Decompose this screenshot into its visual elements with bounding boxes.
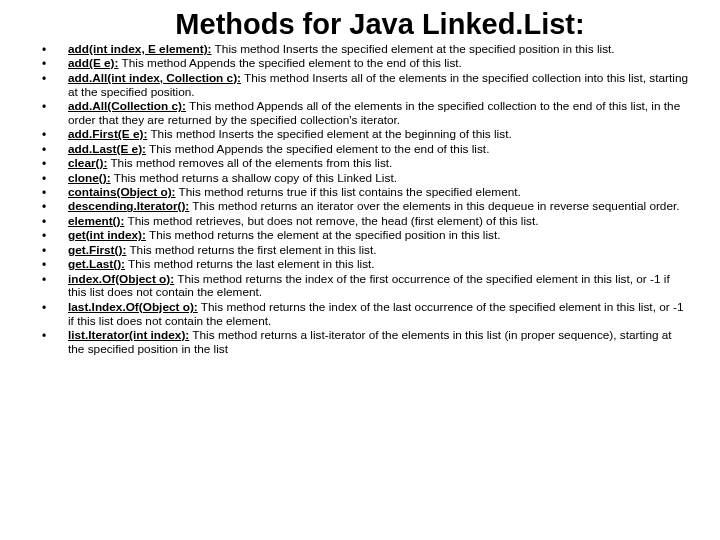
list-item: get(int index): This method returns the … — [30, 229, 690, 243]
method-name: index.Of(Object o): — [68, 272, 174, 286]
method-name: list.Iterator(int index): — [68, 328, 189, 342]
list-item: get.First(): This method returns the fir… — [30, 244, 690, 258]
method-description: This method returns a shallow copy of th… — [111, 171, 397, 185]
method-name: descending.Iterator(): — [68, 199, 189, 213]
method-description: This method returns the last element in … — [125, 257, 375, 271]
method-name: clear(): — [68, 156, 107, 170]
list-item: get.Last(): This method returns the last… — [30, 258, 690, 272]
method-name: get(int index): — [68, 228, 146, 242]
method-description: This method removes all of the elements … — [107, 156, 392, 170]
method-name: add(int index, E element): — [68, 42, 212, 56]
method-description: This method Appends the specified elemen… — [146, 142, 489, 156]
list-item: clone(): This method returns a shallow c… — [30, 172, 690, 186]
method-name: add.First(E e): — [68, 127, 147, 141]
method-name: add.All(Collection c): — [68, 99, 186, 113]
page-title: Methods for Java Linked.List: — [70, 8, 690, 41]
list-item: contains(Object o): This method returns … — [30, 186, 690, 200]
method-name: add.All(int index, Collection c): — [68, 71, 241, 85]
method-description: This method Inserts the specified elemen… — [147, 127, 511, 141]
list-item: add.First(E e): This method Inserts the … — [30, 128, 690, 142]
list-item: add.All(Collection c): This method Appen… — [30, 100, 690, 128]
list-item: add.All(int index, Collection c): This m… — [30, 72, 690, 100]
list-item: add(E e): This method Appends the specif… — [30, 57, 690, 71]
list-item: descending.Iterator(): This method retur… — [30, 200, 690, 214]
method-description: This method retrieves, but does not remo… — [124, 214, 538, 228]
method-name: last.Index.Of(Object o): — [68, 300, 198, 314]
list-item: clear(): This method removes all of the … — [30, 157, 690, 171]
method-name: add.Last(E e): — [68, 142, 146, 156]
method-name: get.First(): — [68, 243, 126, 257]
method-description: This method returns the first element in… — [126, 243, 376, 257]
method-description: This method Inserts the specified elemen… — [212, 42, 615, 56]
list-item: list.Iterator(int index): This method re… — [30, 329, 690, 357]
method-name: get.Last(): — [68, 257, 125, 271]
method-name: add(E e): — [68, 56, 118, 70]
method-name: clone(): — [68, 171, 111, 185]
method-list: add(int index, E element): This method I… — [30, 43, 690, 357]
list-item: last.Index.Of(Object o): This method ret… — [30, 301, 690, 329]
method-description: This method returns the element at the s… — [146, 228, 501, 242]
method-name: contains(Object o): — [68, 185, 176, 199]
content-area: add(int index, E element): This method I… — [30, 43, 690, 357]
list-item: element(): This method retrieves, but do… — [30, 215, 690, 229]
list-item: add.Last(E e): This method Appends the s… — [30, 143, 690, 157]
method-description: This method returns an iterator over the… — [189, 199, 679, 213]
method-description: This method returns true if this list co… — [176, 185, 521, 199]
list-item: add(int index, E element): This method I… — [30, 43, 690, 57]
method-description: This method Appends the specified elemen… — [118, 56, 461, 70]
method-name: element(): — [68, 214, 124, 228]
list-item: index.Of(Object o): This method returns … — [30, 273, 690, 301]
